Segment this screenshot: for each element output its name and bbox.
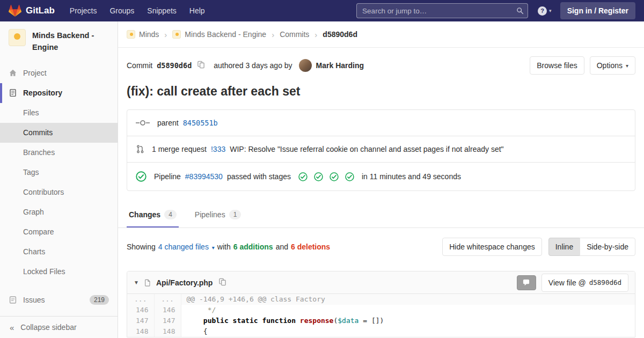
issues-count-badge: 219 — [90, 295, 109, 305]
sidebar-item-issues[interactable]: Issues 219 — [0, 290, 118, 310]
old-line-number[interactable]: 147 — [127, 315, 154, 326]
commit-sha[interactable]: d5890d6d — [157, 61, 192, 70]
breadcrumb-minds[interactable]: Minds — [127, 30, 159, 39]
sidebar-item-locked-files[interactable]: Locked Files — [0, 262, 118, 282]
menu-groups[interactable]: Groups — [109, 6, 134, 15]
breadcrumb-current-sha: d5890d6d — [323, 30, 357, 39]
sidebar-item-contributors[interactable]: Contributors — [0, 182, 118, 202]
menu-snippets[interactable]: Snippets — [147, 6, 176, 15]
breadcrumb-commits[interactable]: Commits — [280, 30, 309, 39]
file-diff-card: ▼ Api/Factory.php — [127, 271, 635, 337]
sidebar-item-label: Graph — [23, 208, 44, 216]
search-icon — [516, 7, 524, 16]
options-dropdown-button[interactable]: Options ▾ — [590, 56, 635, 75]
breadcrumb-label: Minds — [139, 30, 159, 39]
authored-text: authored 3 days ago by — [214, 61, 292, 70]
help-dropdown[interactable]: ? ▾ — [538, 6, 552, 16]
sidebar-item-files[interactable]: Files — [0, 103, 118, 123]
sidebar-item-label: Issues — [23, 296, 45, 304]
pipeline-stage-passed-icon[interactable] — [298, 172, 308, 181]
code-segment: = []) — [358, 317, 384, 325]
sidebar-item-graph[interactable]: Graph — [0, 202, 118, 222]
code-segment: $data — [338, 317, 358, 325]
chevron-separator-icon: › — [164, 30, 167, 39]
tab-changes[interactable]: Changes 4 — [127, 204, 179, 227]
file-diff-header: ▼ Api/Factory.php — [127, 271, 635, 294]
parent-sha-link[interactable]: 8450551b — [183, 119, 218, 127]
copy-file-path-button[interactable] — [217, 278, 228, 288]
sidebar-item-compare[interactable]: Compare — [0, 222, 118, 242]
top-navbar: GitLab Projects Groups Snippets Help ? ▾… — [0, 0, 644, 21]
breadcrumb-project[interactable]: Minds Backend - Engine — [172, 30, 266, 39]
menu-help[interactable]: Help — [189, 6, 205, 15]
repository-icon — [9, 89, 17, 97]
side-by-side-view-button[interactable]: Side-by-side — [580, 238, 635, 256]
new-line-number: ... — [154, 294, 181, 305]
pipeline-label: Pipeline — [154, 172, 181, 181]
pipeline-row: Pipeline #83994530 passed with stages in… — [127, 163, 635, 190]
pipeline-stage-passed-icon[interactable] — [330, 172, 339, 181]
comment-icon — [522, 279, 530, 286]
search-input[interactable] — [356, 3, 528, 18]
breadcrumb-label: Commits — [280, 30, 309, 39]
collapse-sidebar-button[interactable]: « Collapse sidebar — [0, 316, 118, 338]
sidebar-item-label: Files — [23, 108, 39, 117]
sidebar-item-repository[interactable]: Repository — [0, 83, 118, 103]
breadcrumb: Minds › Minds Backend - Engine › Commits… — [118, 21, 644, 48]
group-avatar — [127, 30, 135, 39]
file-path[interactable]: Api/Factory.php — [156, 278, 213, 287]
menu-projects[interactable]: Projects — [70, 6, 97, 15]
browse-files-button[interactable]: Browse files — [530, 56, 584, 75]
collapse-file-caret-icon[interactable]: ▼ — [134, 280, 139, 285]
diff-row: 147 147 public static function response(… — [127, 315, 635, 326]
sidebar-item-tags[interactable]: Tags — [0, 163, 118, 182]
inline-view-button[interactable]: Inline — [548, 238, 580, 256]
merge-request-link[interactable]: !333 — [211, 145, 225, 153]
author-name[interactable]: Mark Harding — [316, 61, 364, 70]
and-text: and — [276, 243, 288, 251]
project-context-link[interactable]: Minds Backend - Engine — [0, 21, 118, 59]
changed-files-dropdown[interactable]: 4 changed files ▾ — [158, 243, 215, 251]
project-avatar-small — [172, 30, 181, 39]
chevron-down-icon: ▾ — [549, 8, 552, 13]
gitlab-logo[interactable]: GitLab — [9, 5, 55, 17]
sidebar-item-label: Project — [23, 69, 47, 77]
options-label: Options — [597, 61, 623, 70]
home-icon — [9, 69, 17, 77]
global-search — [356, 3, 528, 18]
project-name: Minds Backend - Engine — [32, 29, 109, 54]
new-line-number[interactable]: 147 — [154, 315, 181, 326]
toggle-comments-button[interactable] — [517, 275, 536, 290]
sidebar-nav: Project Repository Files Commits Branche… — [0, 59, 118, 317]
pipeline-id-link[interactable]: #83994530 — [185, 172, 223, 181]
pipeline-stages — [298, 172, 354, 181]
caret-down-icon: ▾ — [212, 245, 215, 251]
new-line-number[interactable]: 146 — [154, 305, 181, 315]
sign-in-register-button[interactable]: Sign in / Register — [560, 2, 635, 19]
copy-sha-button[interactable] — [196, 61, 206, 70]
diff-code-line: */ — [181, 305, 635, 315]
diff-view-controls: Hide whitespace changes Inline Side-by-s… — [442, 238, 635, 256]
view-file-button[interactable]: View file @ d5890d6d — [541, 274, 628, 292]
merge-request-count: 1 merge request — [152, 145, 207, 153]
hide-whitespace-button[interactable]: Hide whitespace changes — [442, 238, 542, 256]
with-text: with — [217, 243, 231, 251]
old-line-number[interactable]: 146 — [127, 305, 154, 315]
sidebar-item-commits[interactable]: Commits — [0, 123, 118, 143]
old-line-number[interactable]: 148 — [127, 326, 154, 337]
code-segment: { — [187, 327, 208, 335]
commit-header: Commit d5890d6d authored 3 days ago by M… — [118, 48, 644, 81]
author-avatar[interactable] — [299, 59, 312, 72]
diff-mode-toggle: Inline Side-by-side — [548, 238, 635, 256]
sidebar-item-charts[interactable]: Charts — [0, 242, 118, 262]
file-header-actions: View file @ d5890d6d — [517, 274, 628, 292]
sidebar-item-branches[interactable]: Branches — [0, 143, 118, 163]
sidebar-item-project[interactable]: Project — [0, 63, 118, 83]
tab-pipelines[interactable]: Pipelines 1 — [193, 204, 244, 227]
pipeline-stage-passed-icon[interactable] — [314, 172, 323, 181]
pipeline-stage-passed-icon[interactable] — [345, 172, 354, 181]
view-file-label: View file @ — [548, 278, 586, 287]
new-line-number[interactable]: 148 — [154, 326, 181, 337]
diff-code-line: { — [181, 326, 635, 337]
sidebar-item-label: Charts — [23, 247, 45, 256]
